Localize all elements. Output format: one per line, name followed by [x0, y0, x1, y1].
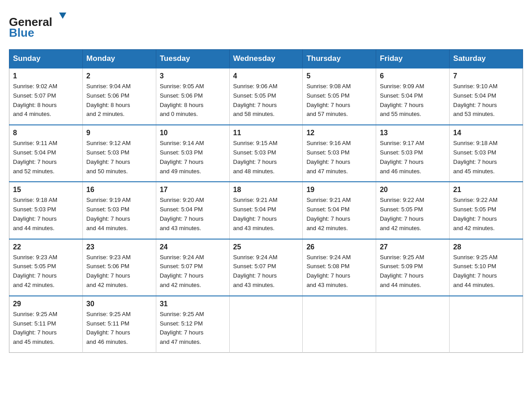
calendar-cell	[229, 296, 303, 353]
header-tuesday: Tuesday	[156, 50, 229, 68]
calendar-cell: 17Sunrise: 9:20 AMSunset: 5:04 PMDayligh…	[156, 182, 229, 239]
calendar-cell: 24Sunrise: 9:24 AMSunset: 5:07 PMDayligh…	[156, 239, 229, 296]
calendar-cell: 16Sunrise: 9:19 AMSunset: 5:03 PMDayligh…	[82, 182, 156, 239]
day-info: Sunrise: 9:14 AMSunset: 5:03 PMDaylight:…	[160, 139, 226, 176]
calendar-cell: 19Sunrise: 9:21 AMSunset: 5:04 PMDayligh…	[303, 182, 376, 239]
calendar-cell: 15Sunrise: 9:18 AMSunset: 5:03 PMDayligh…	[9, 182, 83, 239]
calendar-cell: 28Sunrise: 9:25 AMSunset: 5:10 PMDayligh…	[450, 239, 523, 296]
calendar-cell: 21Sunrise: 9:22 AMSunset: 5:05 PMDayligh…	[450, 182, 523, 239]
day-info: Sunrise: 9:23 AMSunset: 5:05 PMDaylight:…	[13, 253, 79, 290]
calendar-cell: 20Sunrise: 9:22 AMSunset: 5:05 PMDayligh…	[376, 182, 450, 239]
day-info: Sunrise: 9:21 AMSunset: 5:04 PMDaylight:…	[306, 196, 372, 233]
day-number: 28	[453, 243, 519, 251]
header-thursday: Thursday	[303, 50, 376, 68]
day-number: 27	[380, 243, 446, 251]
calendar-cell: 11Sunrise: 9:15 AMSunset: 5:03 PMDayligh…	[229, 125, 303, 182]
day-number: 15	[13, 186, 79, 194]
calendar-cell: 13Sunrise: 9:17 AMSunset: 5:03 PMDayligh…	[376, 125, 450, 182]
day-info: Sunrise: 9:25 AMSunset: 5:09 PMDaylight:…	[380, 253, 446, 290]
day-info: Sunrise: 9:23 AMSunset: 5:06 PMDaylight:…	[86, 253, 152, 290]
calendar-cell: 7Sunrise: 9:10 AMSunset: 5:04 PMDaylight…	[450, 68, 523, 125]
day-number: 10	[160, 129, 226, 137]
day-info: Sunrise: 9:05 AMSunset: 5:06 PMDaylight:…	[160, 82, 226, 119]
calendar-cell	[376, 296, 450, 353]
calendar-cell: 9Sunrise: 9:12 AMSunset: 5:03 PMDaylight…	[82, 125, 156, 182]
day-info: Sunrise: 9:22 AMSunset: 5:05 PMDaylight:…	[453, 196, 519, 233]
day-info: Sunrise: 9:16 AMSunset: 5:03 PMDaylight:…	[306, 139, 372, 176]
day-number: 16	[86, 186, 152, 194]
day-number: 3	[160, 72, 226, 80]
header-wednesday: Wednesday	[229, 50, 303, 68]
day-number: 26	[306, 243, 372, 251]
calendar-cell: 6Sunrise: 9:09 AMSunset: 5:04 PMDaylight…	[376, 68, 450, 125]
calendar-cell: 5Sunrise: 9:08 AMSunset: 5:05 PMDaylight…	[303, 68, 376, 125]
svg-text:Blue: Blue	[9, 26, 34, 39]
day-info: Sunrise: 9:24 AMSunset: 5:08 PMDaylight:…	[306, 253, 372, 290]
calendar-cell: 22Sunrise: 9:23 AMSunset: 5:05 PMDayligh…	[9, 239, 83, 296]
page-header: General Blue	[9, 9, 523, 40]
day-info: Sunrise: 9:09 AMSunset: 5:04 PMDaylight:…	[380, 82, 446, 119]
calendar-week-5: 29Sunrise: 9:25 AMSunset: 5:11 PMDayligh…	[9, 296, 523, 353]
day-info: Sunrise: 9:22 AMSunset: 5:05 PMDaylight:…	[380, 196, 446, 233]
calendar-cell: 4Sunrise: 9:06 AMSunset: 5:05 PMDaylight…	[229, 68, 303, 125]
day-number: 21	[453, 186, 519, 194]
calendar-cell: 25Sunrise: 9:24 AMSunset: 5:07 PMDayligh…	[229, 239, 303, 296]
day-number: 13	[380, 129, 446, 137]
calendar-week-3: 15Sunrise: 9:18 AMSunset: 5:03 PMDayligh…	[9, 182, 523, 239]
header-saturday: Saturday	[450, 50, 523, 68]
day-number: 1	[13, 72, 79, 80]
svg-marker-1	[59, 13, 66, 19]
day-info: Sunrise: 9:08 AMSunset: 5:05 PMDaylight:…	[306, 82, 372, 119]
calendar-cell	[450, 296, 523, 353]
day-info: Sunrise: 9:10 AMSunset: 5:04 PMDaylight:…	[453, 82, 519, 119]
day-number: 11	[233, 129, 299, 137]
day-info: Sunrise: 9:04 AMSunset: 5:06 PMDaylight:…	[86, 82, 152, 119]
day-number: 18	[233, 186, 299, 194]
day-number: 23	[86, 243, 152, 251]
day-info: Sunrise: 9:17 AMSunset: 5:03 PMDaylight:…	[380, 139, 446, 176]
calendar-cell: 1Sunrise: 9:02 AMSunset: 5:07 PMDaylight…	[9, 68, 83, 125]
calendar-table: SundayMondayTuesdayWednesdayThursdayFrid…	[9, 49, 523, 353]
logo-svg: General Blue	[9, 9, 72, 40]
calendar-cell: 27Sunrise: 9:25 AMSunset: 5:09 PMDayligh…	[376, 239, 450, 296]
header-sunday: Sunday	[9, 50, 83, 68]
day-number: 7	[453, 72, 519, 80]
day-number: 24	[160, 243, 226, 251]
calendar-cell: 23Sunrise: 9:23 AMSunset: 5:06 PMDayligh…	[82, 239, 156, 296]
calendar-cell	[303, 296, 376, 353]
day-number: 19	[306, 186, 372, 194]
day-info: Sunrise: 9:18 AMSunset: 5:03 PMDaylight:…	[453, 139, 519, 176]
day-info: Sunrise: 9:21 AMSunset: 5:04 PMDaylight:…	[233, 196, 299, 233]
calendar-cell: 14Sunrise: 9:18 AMSunset: 5:03 PMDayligh…	[450, 125, 523, 182]
day-info: Sunrise: 9:24 AMSunset: 5:07 PMDaylight:…	[160, 253, 226, 290]
calendar-week-2: 8Sunrise: 9:11 AMSunset: 5:04 PMDaylight…	[9, 125, 523, 182]
header-friday: Friday	[376, 50, 450, 68]
day-number: 22	[13, 243, 79, 251]
calendar-cell: 30Sunrise: 9:25 AMSunset: 5:11 PMDayligh…	[82, 296, 156, 353]
day-info: Sunrise: 9:25 AMSunset: 5:11 PMDaylight:…	[13, 310, 79, 347]
day-number: 29	[13, 300, 79, 308]
day-number: 17	[160, 186, 226, 194]
calendar-cell: 8Sunrise: 9:11 AMSunset: 5:04 PMDaylight…	[9, 125, 83, 182]
day-number: 5	[306, 72, 372, 80]
day-number: 25	[233, 243, 299, 251]
day-number: 14	[453, 129, 519, 137]
day-info: Sunrise: 9:12 AMSunset: 5:03 PMDaylight:…	[86, 139, 152, 176]
calendar-cell: 31Sunrise: 9:25 AMSunset: 5:12 PMDayligh…	[156, 296, 229, 353]
day-info: Sunrise: 9:25 AMSunset: 5:12 PMDaylight:…	[160, 310, 226, 347]
day-number: 4	[233, 72, 299, 80]
calendar-cell: 12Sunrise: 9:16 AMSunset: 5:03 PMDayligh…	[303, 125, 376, 182]
calendar-cell: 26Sunrise: 9:24 AMSunset: 5:08 PMDayligh…	[303, 239, 376, 296]
day-info: Sunrise: 9:25 AMSunset: 5:11 PMDaylight:…	[86, 310, 152, 347]
day-info: Sunrise: 9:11 AMSunset: 5:04 PMDaylight:…	[13, 139, 79, 176]
calendar-cell: 2Sunrise: 9:04 AMSunset: 5:06 PMDaylight…	[82, 68, 156, 125]
day-number: 30	[86, 300, 152, 308]
day-info: Sunrise: 9:06 AMSunset: 5:05 PMDaylight:…	[233, 82, 299, 119]
day-number: 6	[380, 72, 446, 80]
day-info: Sunrise: 9:02 AMSunset: 5:07 PMDaylight:…	[13, 82, 79, 119]
day-number: 31	[160, 300, 226, 308]
logo: General Blue	[9, 9, 72, 40]
day-number: 20	[380, 186, 446, 194]
day-info: Sunrise: 9:24 AMSunset: 5:07 PMDaylight:…	[233, 253, 299, 290]
day-number: 9	[86, 129, 152, 137]
